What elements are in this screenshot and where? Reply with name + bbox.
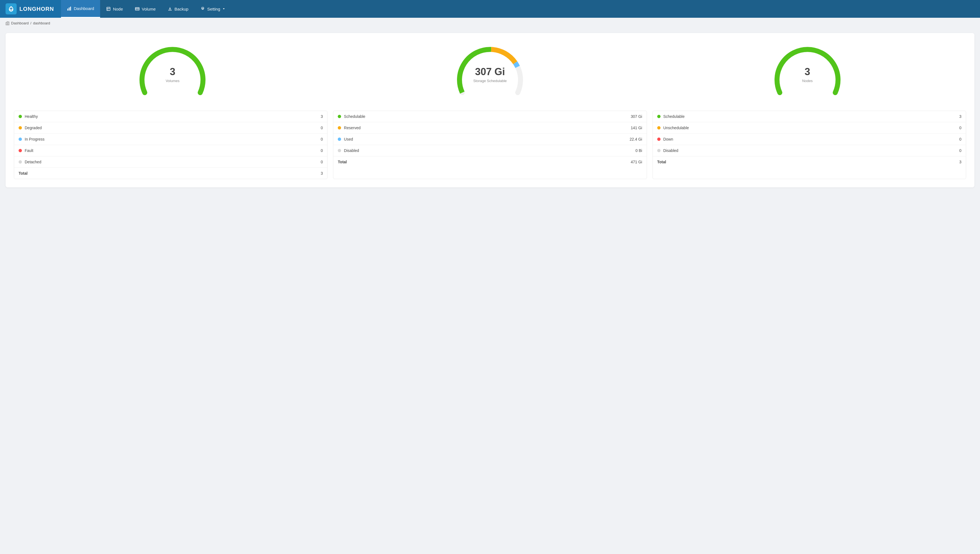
nodes-value: 3: [802, 66, 813, 78]
inprogress-dot: [19, 137, 22, 141]
storage-used-name: Used: [344, 137, 630, 142]
nav-dashboard[interactable]: Dashboard: [61, 0, 100, 18]
svg-rect-11: [8, 22, 9, 25]
nodes-down-name: Down: [663, 137, 959, 142]
fault-dot: [19, 149, 22, 152]
nodes-schedulable-name: Schedulable: [663, 114, 959, 119]
inprogress-value: 0: [321, 137, 323, 142]
healthy-dot: [19, 115, 22, 118]
nodes-schedulable-dot: [657, 115, 660, 118]
detached-value: 0: [321, 160, 323, 164]
volumes-value: 3: [165, 66, 180, 78]
logo-icon: [6, 3, 17, 14]
volumes-inprogress-row: In Progress 0: [14, 134, 327, 145]
fault-name: Fault: [25, 148, 321, 153]
storage-disabled-row: Disabled 0 Bi: [333, 145, 646, 156]
storage-reserved-name: Reserved: [344, 126, 631, 130]
volumes-total-row: Total 3: [14, 168, 327, 179]
svg-rect-10: [7, 22, 8, 25]
storage-schedulable-dot: [338, 115, 341, 118]
main-nav: Dashboard Node Volume Backup: [61, 0, 980, 18]
breadcrumb-separator: /: [30, 21, 32, 25]
nodes-down-value: 0: [959, 137, 961, 142]
nodes-gauge: 3 Nodes: [766, 44, 849, 100]
detached-dot: [19, 160, 22, 164]
volumes-healthy-row: Healthy 3: [14, 111, 327, 122]
logo-area: LONGHORN: [0, 0, 61, 18]
chart-icon: [67, 6, 72, 11]
volumes-label: Volumes: [165, 79, 180, 83]
storage-used-dot: [338, 137, 341, 141]
volumes-gauge: 3 Volumes: [131, 44, 214, 100]
detached-name: Detached: [25, 160, 321, 164]
nodes-disabled-dot: [657, 149, 660, 152]
storage-total-row: Total 471 Gi: [333, 156, 646, 167]
volumes-gauge-center: 3 Volumes: [165, 66, 180, 83]
storage-gauge: 307 Gi Storage Schedulable: [449, 44, 531, 100]
breadcrumb-part2: dashboard: [33, 21, 50, 25]
storage-total-value: 471 Gi: [631, 160, 642, 164]
healthy-name: Healthy: [25, 114, 321, 119]
nav-volume[interactable]: Volume: [129, 0, 162, 18]
storage-used-row: Used 22.4 Gi: [333, 134, 646, 145]
storage-value: 307 Gi: [473, 66, 507, 78]
nodes-gauge-chart: 3 Nodes: [772, 44, 843, 100]
nodes-total-row: Total 3: [653, 156, 966, 167]
storage-stats-card: Schedulable 307 Gi Reserved 141 Gi Used …: [333, 111, 647, 179]
storage-reserved-dot: [338, 126, 341, 129]
nodes-gauge-center: 3 Nodes: [802, 66, 813, 83]
volumes-stats-card: Healthy 3 Degraded 0 In Progress 0 Fault…: [14, 111, 328, 179]
nodes-unschedulable-dot: [657, 126, 660, 129]
nodes-unschedulable-name: Unschedulable: [663, 126, 959, 130]
backup-icon: [168, 6, 172, 11]
degraded-value: 0: [321, 126, 323, 130]
nodes-total-value: 3: [959, 160, 961, 164]
breadcrumb: Dashboard / dashboard: [0, 18, 980, 29]
fault-value: 0: [321, 148, 323, 153]
storage-reserved-row: Reserved 141 Gi: [333, 122, 646, 134]
storage-schedulable-name: Schedulable: [344, 114, 631, 119]
nodes-down-dot: [657, 137, 660, 141]
degraded-name: Degraded: [25, 126, 321, 130]
nodes-schedulable-row: Schedulable 3: [653, 111, 966, 122]
gauges-row: 3 Volumes: [14, 41, 966, 100]
main-content: 3 Volumes: [0, 29, 980, 192]
volumes-gauge-chart: 3 Volumes: [137, 44, 208, 100]
nodes-disabled-name: Disabled: [663, 148, 959, 153]
header: LONGHORN Dashboard Node Volu: [0, 0, 980, 18]
dashboard-card: 3 Volumes: [6, 33, 974, 188]
svg-rect-2: [70, 6, 71, 11]
storage-schedulable-row: Schedulable 307 Gi: [333, 111, 646, 122]
volumes-total-name: Total: [19, 171, 321, 175]
nodes-unschedulable-row: Unschedulable 0: [653, 122, 966, 134]
nodes-disabled-value: 0: [959, 148, 961, 153]
nodes-total-name: Total: [657, 160, 959, 164]
stats-grid: Healthy 3 Degraded 0 In Progress 0 Fault…: [14, 111, 966, 179]
breadcrumb-icon: [6, 21, 10, 25]
nodes-stats-card: Schedulable 3 Unschedulable 0 Down 0 Dis…: [652, 111, 966, 179]
storage-gauge-chart: 307 Gi Storage Schedulable: [454, 44, 526, 100]
svg-rect-9: [6, 22, 7, 25]
app-name: LONGHORN: [19, 6, 54, 12]
breadcrumb-part1: Dashboard: [11, 21, 29, 25]
nav-node[interactable]: Node: [100, 0, 129, 18]
svg-rect-3: [107, 7, 110, 11]
svg-rect-6: [135, 8, 139, 10]
storage-schedulable-value: 307 Gi: [631, 114, 642, 119]
volumes-detached-row: Detached 0: [14, 156, 327, 168]
nodes-schedulable-value: 3: [959, 114, 961, 119]
volumes-degraded-row: Degraded 0: [14, 122, 327, 134]
nodes-down-row: Down 0: [653, 134, 966, 145]
healthy-value: 3: [321, 114, 323, 119]
volumes-total-value: 3: [321, 171, 323, 175]
nav-setting[interactable]: Setting: [194, 0, 231, 18]
nodes-label: Nodes: [802, 79, 813, 83]
nav-backup[interactable]: Backup: [162, 0, 194, 18]
chevron-down-icon: [223, 8, 225, 10]
storage-disabled-value: 0 Bi: [636, 148, 642, 153]
storage-disabled-name: Disabled: [344, 148, 635, 153]
setting-icon: [200, 6, 205, 11]
svg-rect-1: [69, 8, 70, 11]
node-icon: [106, 6, 111, 11]
degraded-dot: [19, 126, 22, 129]
